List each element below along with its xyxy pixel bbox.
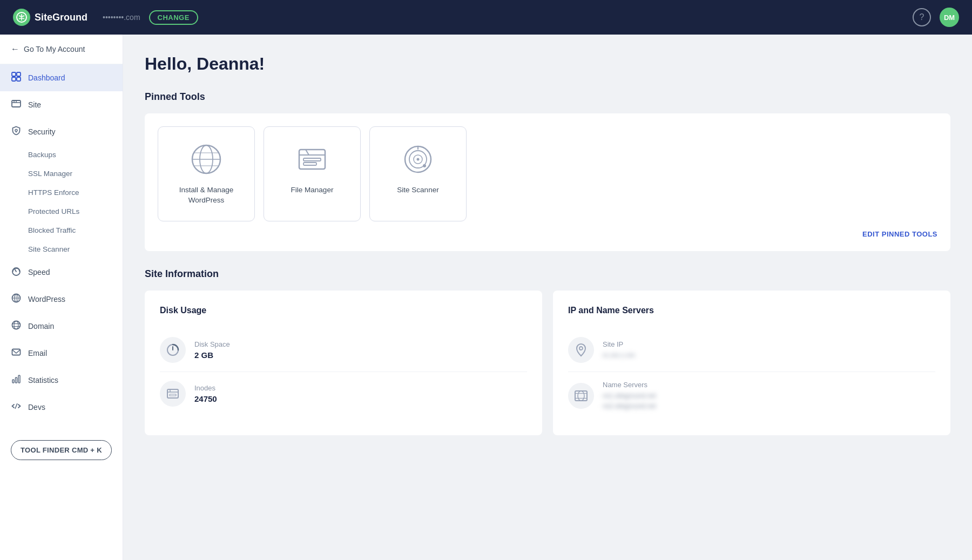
svg-rect-19 bbox=[12, 380, 14, 383]
tool-wordpress[interactable]: Install & Manage WordPress bbox=[158, 126, 255, 221]
sidebar-label-devs: Devs bbox=[28, 403, 45, 411]
speed-icon bbox=[11, 266, 22, 278]
sidebar-sub-ssl-manager[interactable]: SSL Manager bbox=[28, 164, 123, 183]
sidebar-item-domain[interactable]: Domain bbox=[0, 313, 123, 340]
tool-wordpress-label: Install & Manage WordPress bbox=[171, 185, 241, 206]
sidebar-item-email[interactable]: Email bbox=[0, 340, 123, 367]
sidebar-sub-blocked-traffic[interactable]: Blocked Traffic bbox=[28, 221, 123, 240]
sidebar-label-speed: Speed bbox=[28, 268, 50, 276]
svg-point-15 bbox=[14, 321, 18, 329]
svg-rect-21 bbox=[18, 375, 20, 383]
inodes-label: Inodes bbox=[194, 384, 217, 392]
domain-icon bbox=[11, 320, 22, 332]
sidebar-item-devs[interactable]: Devs bbox=[0, 394, 123, 421]
svg-point-14 bbox=[12, 321, 21, 329]
svg-point-34 bbox=[417, 158, 420, 161]
logo-icon bbox=[13, 9, 30, 26]
sidebar-sub-protected-urls[interactable]: Protected URLs bbox=[28, 202, 123, 221]
svg-rect-2 bbox=[17, 72, 21, 76]
page-title: Hello, Deanna! bbox=[145, 54, 950, 74]
svg-rect-42 bbox=[170, 394, 176, 396]
site-scanner-tool-icon bbox=[401, 142, 435, 177]
site-info-section: Site Information Disk Usage bbox=[145, 268, 950, 435]
sidebar-sub-https-enforce[interactable]: HTTPS Enforce bbox=[28, 183, 123, 202]
inodes-value: 24750 bbox=[194, 394, 217, 403]
site-info-title: Site Information bbox=[145, 268, 950, 280]
sidebar-label-domain: Domain bbox=[28, 322, 54, 330]
site-icon bbox=[11, 99, 22, 111]
ip-name-servers-card: IP and Name Servers Site IP ••.•••.•.••• bbox=[553, 291, 950, 435]
disk-usage-title: Disk Usage bbox=[160, 306, 527, 315]
inodes-row: Inodes 24750 bbox=[160, 372, 527, 415]
back-to-account[interactable]: ← Go To My Account bbox=[0, 35, 123, 64]
tool-finder-button[interactable]: TOOL FINDER CMD + K bbox=[11, 440, 112, 460]
sidebar-label-email: Email bbox=[28, 349, 47, 357]
site-ip-icon bbox=[568, 337, 594, 363]
pinned-tools-card: Install & Manage WordPress File Manager bbox=[145, 113, 950, 251]
sidebar-item-speed[interactable]: Speed bbox=[0, 259, 123, 286]
site-ip-label: Site IP bbox=[603, 340, 635, 348]
sidebar-label-dashboard: Dashboard bbox=[28, 73, 65, 82]
sidebar-item-dashboard[interactable]: Dashboard bbox=[0, 64, 123, 91]
svg-rect-1 bbox=[12, 72, 16, 76]
svg-point-36 bbox=[423, 164, 426, 167]
site-ip-content: Site IP ••.•••.•.••• bbox=[603, 340, 635, 360]
svg-rect-4 bbox=[17, 77, 21, 81]
svg-point-9 bbox=[15, 130, 17, 132]
sidebar-item-wordpress[interactable]: WordPress bbox=[0, 286, 123, 313]
pinned-tools-grid: Install & Manage WordPress File Manager bbox=[158, 126, 937, 221]
logo-text: SiteGround bbox=[35, 12, 87, 23]
pinned-tools-section: Pinned Tools Install & Manage WordPress bbox=[145, 91, 950, 251]
sidebar-sub-site-scanner[interactable]: Site Scanner bbox=[28, 240, 123, 259]
disk-space-label: Disk Space bbox=[194, 340, 230, 348]
site-info-grid: Disk Usage Disk Space 2 GB bbox=[145, 291, 950, 435]
sidebar-label-site: Site bbox=[28, 100, 41, 109]
svg-point-43 bbox=[579, 347, 583, 350]
tool-file-manager[interactable]: File Manager bbox=[264, 126, 361, 221]
tool-site-scanner-label: Site Scanner bbox=[397, 185, 438, 195]
help-icon[interactable]: ? bbox=[913, 8, 931, 26]
disk-space-row: Disk Space 2 GB bbox=[160, 328, 527, 372]
svg-rect-30 bbox=[303, 163, 316, 165]
sidebar: ← Go To My Account Dashboard bbox=[0, 35, 123, 560]
inodes-content: Inodes 24750 bbox=[194, 384, 217, 403]
name-server-1: ns1.siteground.net bbox=[603, 391, 656, 401]
svg-rect-20 bbox=[16, 377, 17, 383]
edit-pinned-container: EDIT PINNED TOOLS bbox=[158, 221, 937, 238]
site-domain: ••••••••.com bbox=[103, 13, 140, 22]
devs-icon bbox=[11, 401, 22, 413]
name-servers-icon bbox=[568, 383, 594, 409]
svg-line-22 bbox=[15, 403, 17, 409]
change-site-button[interactable]: CHANGE bbox=[149, 10, 198, 25]
main-layout: ← Go To My Account Dashboard bbox=[0, 35, 972, 560]
sidebar-label-security: Security bbox=[28, 127, 56, 136]
ip-name-servers-title: IP and Name Servers bbox=[568, 306, 935, 315]
name-servers-label: Name Servers bbox=[603, 381, 656, 389]
file-manager-tool-icon bbox=[295, 142, 329, 177]
svg-point-45 bbox=[578, 391, 584, 401]
svg-rect-3 bbox=[12, 77, 16, 81]
sidebar-item-site[interactable]: Site bbox=[0, 91, 123, 118]
back-arrow-icon: ← bbox=[11, 44, 19, 54]
edit-pinned-button[interactable]: EDIT PINNED TOOLS bbox=[862, 230, 937, 238]
sidebar-item-security[interactable]: Security bbox=[0, 118, 123, 145]
main-content: Hello, Deanna! Pinned Tools Ins bbox=[123, 35, 972, 560]
sidebar-sub-backups[interactable]: Backups bbox=[28, 145, 123, 164]
name-servers-content: Name Servers ns1.siteground.net ns2.site… bbox=[603, 381, 656, 411]
wordpress-icon bbox=[11, 293, 22, 305]
header-right: ? DM bbox=[913, 8, 959, 27]
site-ip-value: ••.•••.•.••• bbox=[603, 350, 635, 360]
avatar[interactable]: DM bbox=[940, 8, 959, 27]
site-ip-row: Site IP ••.•••.•.••• bbox=[568, 328, 935, 372]
disk-usage-card: Disk Usage Disk Space 2 GB bbox=[145, 291, 542, 435]
tool-site-scanner[interactable]: Site Scanner bbox=[369, 126, 467, 221]
svg-rect-18 bbox=[12, 349, 21, 355]
disk-space-content: Disk Space 2 GB bbox=[194, 340, 230, 360]
email-icon bbox=[11, 347, 22, 359]
sidebar-item-statistics[interactable]: Statistics bbox=[0, 367, 123, 394]
svg-rect-29 bbox=[303, 158, 321, 161]
back-label: Go To My Account bbox=[24, 45, 85, 53]
sidebar-label-statistics: Statistics bbox=[28, 376, 58, 384]
logo: SiteGround bbox=[13, 9, 87, 26]
wordpress-tool-icon bbox=[189, 142, 224, 177]
